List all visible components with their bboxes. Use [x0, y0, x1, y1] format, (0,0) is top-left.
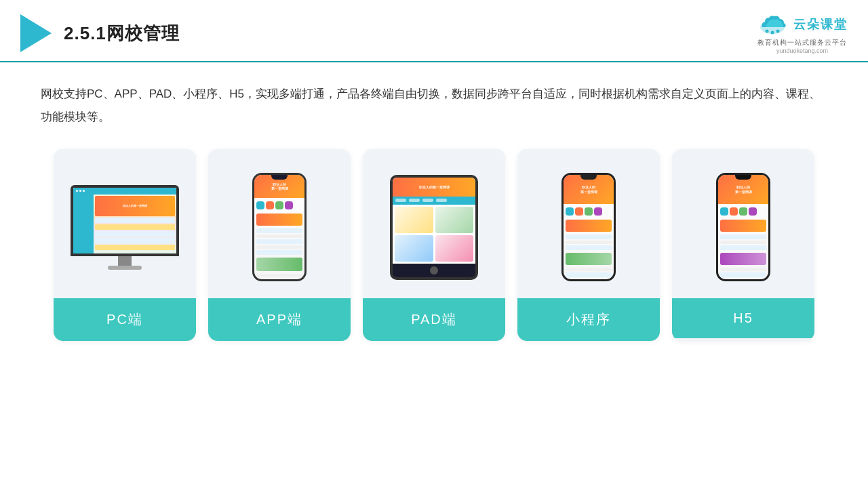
miniprogram-phone: 职达人的第一堂网课: [561, 173, 616, 281]
h5-label: H5: [672, 298, 814, 338]
miniprogram-label: 小程序: [517, 298, 660, 341]
pad-card: 职达人的第一堂网课: [363, 149, 505, 341]
app-image-area: 职达人的第一堂网课: [208, 149, 351, 298]
page-title: 2.5.1网校管理: [64, 22, 180, 45]
header-left: 2.5.1网校管理: [20, 14, 180, 52]
app-card: 职达人的第一堂网课: [208, 149, 351, 341]
miniprogram-card: 职达人的第一堂网课: [517, 149, 660, 341]
h5-phone: 职达人的第一堂网课: [716, 173, 770, 281]
miniprogram-screen: 职达人的第一堂网课: [564, 175, 614, 279]
pad-mockup: 职达人的第一堂网课: [390, 175, 478, 280]
h5-image-area: 职达人的第一堂网课: [672, 149, 814, 298]
monitor-screen: 职达人的第一堂网课: [73, 188, 176, 253]
svg-point-1: [766, 30, 769, 33]
main-content: 网校支持PC、APP、PAD、小程序、H5，实现多端打通，产品各终端自由切换，数…: [0, 62, 868, 354]
page-header: 2.5.1网校管理 云朵课堂 教育机构一站式服务云平台 yunduoketang…: [0, 0, 868, 62]
h5-phone-mockup: 职达人的第一堂网课: [716, 173, 770, 281]
pc-mockup: 职达人的第一堂网课: [71, 185, 179, 270]
h5-screen: 职达人的第一堂网课: [718, 175, 768, 279]
brand-domain: yunduoketang.com: [776, 47, 828, 54]
cloud-icon: [757, 12, 788, 37]
monitor: 职达人的第一堂网课: [71, 185, 179, 256]
brand-name: 云朵课堂: [793, 16, 848, 33]
pad-image-area: 职达人的第一堂网课: [363, 149, 505, 298]
svg-point-3: [776, 30, 780, 33]
pad: 职达人的第一堂网课: [390, 175, 478, 280]
cloud-logo: 云朵课堂: [757, 12, 848, 37]
svg-point-2: [771, 31, 774, 35]
pad-label: PAD端: [363, 298, 505, 341]
pad-screen: 职达人的第一堂网课: [393, 178, 475, 264]
pc-image-area: 职达人的第一堂网课: [54, 149, 196, 298]
pc-card: 职达人的第一堂网课: [54, 149, 196, 341]
phone-screen: 职达人的第一堂网课: [254, 175, 304, 279]
pc-label: PC端: [54, 298, 196, 341]
phone: 职达人的第一堂网课: [252, 173, 307, 281]
description-text: 网校支持PC、APP、PAD、小程序、H5，实现多端打通，产品各终端自由切换，数…: [41, 83, 827, 129]
miniprogram-phone-mockup: 职达人的第一堂网课: [561, 173, 616, 281]
h5-card: 职达人的第一堂网课: [672, 149, 814, 341]
app-label: APP端: [208, 298, 351, 341]
phone-mockup: 职达人的第一堂网课: [252, 173, 307, 281]
cards-container: 职达人的第一堂网课: [41, 149, 827, 341]
logo-triangle-icon: [20, 14, 52, 52]
brand-tagline: 教育机构一站式服务云平台: [757, 38, 847, 47]
header-right: 云朵课堂 教育机构一站式服务云平台 yunduoketang.com: [757, 12, 848, 54]
miniprogram-image-area: 职达人的第一堂网课: [517, 149, 660, 298]
